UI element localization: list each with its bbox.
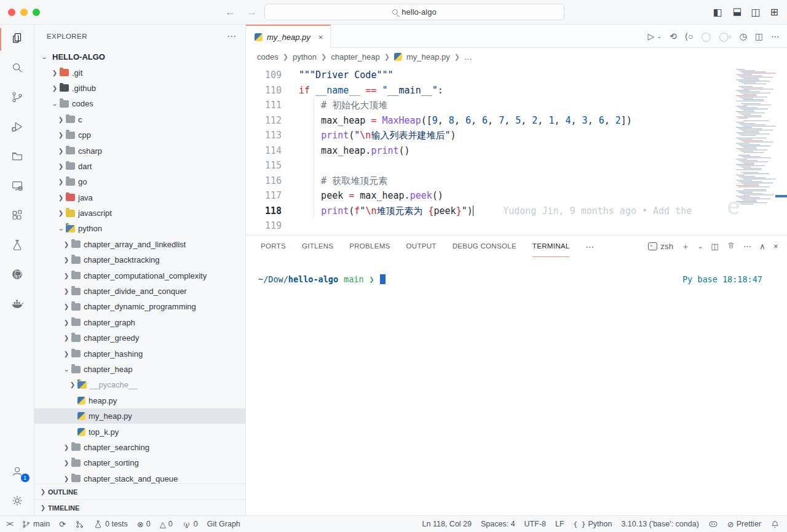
gitlens-timeline-icon[interactable]: ◷ — [740, 31, 747, 41]
back-icon[interactable]: ← — [225, 6, 235, 18]
sidebar-section-timeline[interactable]: ❯TIMELINE — [34, 499, 245, 515]
status-spaces-4[interactable]: Spaces: 4 — [481, 520, 515, 528]
tree-item-chapter-stack-and-queue[interactable]: ❯chapter_stack_and_queue — [34, 471, 245, 483]
breadcrumb-item[interactable]: codes — [257, 52, 279, 62]
close-panel-icon[interactable]: × — [773, 242, 778, 251]
settings-gear-button[interactable] — [0, 486, 34, 515]
tree-item-hello-algo[interactable]: ⌄HELLO-ALGO — [34, 49, 245, 65]
panel-tab-problems[interactable]: PROBLEMS — [349, 236, 390, 257]
breadcrumb-item[interactable]: … — [464, 52, 472, 62]
activity-bar-item-search[interactable] — [0, 54, 34, 84]
tree-item-java[interactable]: ❯java — [34, 190, 245, 205]
open-changes-icon[interactable]: ⟨○ — [685, 31, 694, 41]
tree-item--git[interactable]: ❯.git — [34, 65, 245, 80]
close-window-button[interactable] — [8, 9, 15, 16]
terminal-dropdown-icon[interactable]: ⌄ — [698, 243, 703, 250]
tree-item-chapter-graph[interactable]: ❯chapter_graph — [34, 315, 245, 330]
zoom-window-button[interactable] — [33, 9, 40, 16]
activity-bar-item-project-folder[interactable] — [0, 143, 34, 172]
breadcrumb-item[interactable]: my_heap.py — [406, 52, 450, 62]
status-main[interactable]: main — [22, 520, 50, 529]
panel-more-icon[interactable]: ⋯ — [585, 242, 594, 252]
tree-item-chapter-computational-complexity[interactable]: ❯chapter_computational_complexity — [34, 268, 245, 283]
panel-tab-debug-console[interactable]: DEBUG CONSOLE — [453, 236, 516, 257]
status-sync[interactable]: ⟳ — [59, 520, 66, 529]
tree-item-cpp[interactable]: ❯cpp — [34, 127, 245, 143]
kill-terminal-icon[interactable] — [727, 241, 735, 252]
toggle-panel-icon[interactable]: ◧ — [724, 7, 749, 17]
customize-layout-icon[interactable]: ⊞ — [770, 0, 778, 25]
tree-item-chapter-divide-and-conquer[interactable]: ❯chapter_divide_and_conquer — [34, 284, 245, 299]
accounts-button[interactable]: 1 — [0, 456, 34, 486]
tree-item-dart[interactable]: ❯dart — [34, 159, 245, 174]
status-git-graph[interactable]: Git Graph — [207, 520, 240, 528]
status-0[interactable]: △0 — [160, 520, 173, 529]
status-graph[interactable] — [75, 520, 84, 529]
terminal[interactable]: ~/Dow/hello-algo main ❯ Py base 18:18:47 — [246, 257, 787, 515]
tree-item-python[interactable]: ⌄python — [34, 221, 245, 236]
status-copilot[interactable] — [708, 519, 718, 529]
status-lf[interactable]: LF — [555, 520, 564, 528]
toggle-sidebar-icon[interactable]: ◧ — [713, 0, 722, 25]
tree-item--github[interactable]: ❯.github — [34, 81, 245, 96]
tree-item-chapter-backtracking[interactable]: ❯chapter_backtracking — [34, 252, 245, 268]
panel-tab-terminal[interactable]: TERMINAL — [532, 236, 570, 257]
terminal-shell-badge[interactable]: >_zsh — [648, 242, 673, 251]
tree-item-my-heap-py[interactable]: my_heap.py — [34, 408, 245, 424]
close-tab-icon[interactable]: × — [318, 33, 323, 42]
tree-item-chapter-greedy[interactable]: ❯chapter_greedy — [34, 330, 245, 346]
activity-bar-item-extensions[interactable] — [0, 202, 34, 231]
status-python[interactable]: { }Python — [574, 520, 612, 528]
split-terminal-icon[interactable]: ◫ — [711, 242, 719, 251]
new-terminal-icon[interactable]: ＋ — [681, 241, 689, 252]
tree-item-chapter-sorting[interactable]: ❯chapter_sorting — [34, 455, 245, 470]
minimap[interactable]: e — [733, 65, 787, 235]
run-dropdown-icon[interactable]: ⌄ — [657, 33, 662, 39]
tree-item-top-k-py[interactable]: top_k.py — [34, 424, 245, 439]
tree-item-chapter-array-and-linkedlist[interactable]: ❯chapter_array_and_linkedlist — [34, 237, 245, 252]
status-bell[interactable] — [770, 520, 780, 529]
forward-icon[interactable]: → — [247, 6, 257, 18]
minimize-window-button[interactable] — [20, 9, 28, 16]
tree-item-codes[interactable]: ⌄codes — [34, 96, 245, 111]
split-editor-icon[interactable]: ◫ — [755, 31, 763, 41]
sidebar-section-outline[interactable]: ❯OUTLINE — [34, 483, 245, 499]
panel-tab-ports[interactable]: PORTS — [261, 236, 286, 257]
code-editor[interactable]: 109"""Driver Code"""110if __name__ == "_… — [246, 65, 787, 235]
tree-item-javascript[interactable]: ❯javascript — [34, 205, 245, 221]
activity-bar-item-github[interactable] — [0, 261, 34, 290]
activity-bar-item-docker[interactable] — [0, 290, 34, 320]
activity-bar-item-testing[interactable] — [0, 231, 34, 261]
activity-bar-item-explorer[interactable] — [0, 25, 34, 54]
activity-bar-item-run-debug[interactable] — [0, 113, 34, 143]
tree-item-chapter-searching[interactable]: ❯chapter_searching — [34, 440, 245, 455]
more-actions-icon[interactable]: ⋯ — [743, 242, 751, 251]
tree-item--pycache-[interactable]: ❯__pycache__ — [34, 377, 245, 392]
tree-item-go[interactable]: ❯go — [34, 174, 245, 189]
panel-tab-gitlens[interactable]: GITLENS — [302, 236, 333, 257]
status-ln-118-col-29[interactable]: Ln 118, Col 29 — [422, 520, 472, 528]
status-3-10-13-base-conda[interactable]: 3.10.13 ('base': conda) — [621, 520, 698, 528]
tab-my-heap[interactable]: my_heap.py × — [246, 25, 331, 48]
tree-item-chapter-heap[interactable]: ⌄chapter_heap — [34, 362, 245, 377]
tree-item-chapter-dynamic-programming[interactable]: ❯chapter_dynamic_programming — [34, 299, 245, 314]
status-prettier[interactable]: ⊘Prettier — [727, 520, 761, 529]
maximize-panel-icon[interactable]: ∧ — [759, 242, 765, 251]
file-history-icon[interactable]: ⟲ — [670, 31, 677, 41]
panel-tab-output[interactable]: OUTPUT — [406, 236, 437, 257]
explorer-more-actions-icon[interactable]: ⋯ — [227, 31, 237, 42]
status-0[interactable]: 0 — [182, 520, 198, 529]
breadcrumb-item[interactable]: python — [293, 52, 317, 62]
toggle-secondary-sidebar-icon[interactable]: ◫ — [751, 0, 760, 25]
tree-item-csharp[interactable]: ❯csharp — [34, 143, 245, 158]
tree-item-heap-py[interactable]: heap.py — [34, 393, 245, 408]
more-actions-icon[interactable]: ⋯ — [771, 31, 780, 41]
breadcrumb-item[interactable]: chapter_heap — [331, 52, 380, 62]
status-remote[interactable]: >< — [6, 520, 12, 528]
activity-bar-item-source-control[interactable] — [0, 84, 34, 113]
command-center-search[interactable]: hello-algo — [264, 4, 564, 20]
tree-item-c[interactable]: ❯c — [34, 112, 245, 127]
status-0[interactable]: ⊗0 — [137, 520, 151, 529]
status-0-tests[interactable]: 0 tests — [93, 520, 128, 529]
status-utf-8[interactable]: UTF-8 — [524, 520, 546, 528]
